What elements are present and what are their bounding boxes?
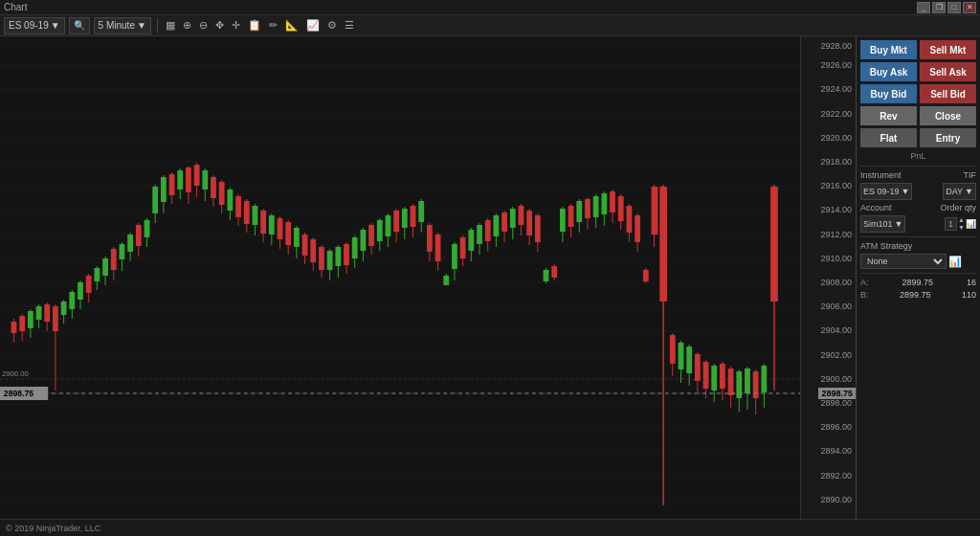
svg-rect-44 <box>94 268 100 281</box>
svg-rect-42 <box>86 276 92 293</box>
instrument-selector[interactable]: ES 09-19 ▼ <box>4 17 65 34</box>
buy-bid-button[interactable]: Buy Bid <box>860 84 917 103</box>
instrument-label: ES 09-19 <box>9 20 49 31</box>
price-label-2892: 2892.00 <box>820 471 852 480</box>
account-value: Sim101 <box>863 219 893 229</box>
indicators-icon[interactable]: 📈 <box>304 19 322 32</box>
maximize-button[interactable]: □ <box>947 2 961 13</box>
interval-selector[interactable]: 5 Minute ▼ <box>94 17 151 34</box>
restore-button[interactable]: ❐ <box>932 2 946 13</box>
svg-rect-56 <box>145 220 150 237</box>
svg-rect-140 <box>494 215 500 236</box>
svg-rect-112 <box>377 220 383 241</box>
close-position-button[interactable]: Close <box>920 106 976 125</box>
svg-rect-64 <box>177 170 183 190</box>
properties-icon[interactable]: ⚙ <box>325 19 339 32</box>
template-icon[interactable]: 📋 <box>246 19 263 32</box>
svg-rect-122 <box>418 201 424 222</box>
close-window-button[interactable]: ✕ <box>963 2 976 13</box>
rev-button[interactable]: Rev <box>860 106 917 125</box>
svg-rect-29 <box>36 306 42 320</box>
atm-a-label: A: <box>860 278 869 287</box>
app-title: Chart <box>4 2 27 12</box>
sell-ask-button[interactable]: Sell Ask <box>920 62 976 81</box>
sell-mkt-button[interactable]: Sell Mkt <box>920 40 976 59</box>
atm-chart-icon[interactable]: 📊 <box>948 256 962 268</box>
svg-rect-78 <box>235 196 241 217</box>
svg-rect-148 <box>526 211 532 235</box>
entry-button[interactable]: Entry <box>920 128 976 147</box>
svg-rect-142 <box>501 212 507 232</box>
svg-rect-106 <box>352 237 358 258</box>
atm-a-qty: 16 <box>967 278 976 287</box>
minimize-button[interactable]: _ <box>917 2 930 13</box>
svg-rect-88 <box>278 218 283 239</box>
svg-rect-40 <box>78 282 83 300</box>
svg-rect-58 <box>152 187 158 213</box>
crosshair-icon[interactable]: ✛ <box>230 19 242 32</box>
chart-svg: 2898.75 2900.00 <box>0 36 800 519</box>
svg-rect-144 <box>510 209 516 228</box>
svg-rect-158 <box>568 206 574 227</box>
menu-icon[interactable]: ☰ <box>343 19 356 32</box>
svg-rect-130 <box>452 244 457 269</box>
zoom-in-icon[interactable]: ⊕ <box>181 19 193 32</box>
svg-rect-172 <box>627 206 633 233</box>
svg-rect-60 <box>161 177 167 202</box>
price-label-2890: 2890.00 <box>820 495 852 504</box>
svg-rect-184 <box>679 343 684 369</box>
pan-icon[interactable]: ✥ <box>213 19 226 32</box>
right-panel: Buy Mkt Sell Mkt Buy Ask Sell Ask Buy Bi… <box>856 36 980 519</box>
price-label-2920: 2920.00 <box>820 133 852 143</box>
svg-rect-186 <box>686 346 692 373</box>
svg-rect-50 <box>120 244 125 259</box>
pnl-label: PnL <box>860 150 976 162</box>
tif-field-label: TIF <box>964 170 977 180</box>
current-price-box: 2898.75 <box>818 388 856 399</box>
bar-chart-icon[interactable]: ▦ <box>164 19 177 32</box>
price-label-2908: 2908.00 <box>820 278 852 287</box>
qty-up-arrow[interactable]: ▲ <box>958 216 965 224</box>
tif-dropdown-icon: ▼ <box>965 187 973 196</box>
price-label-2928: 2928.00 <box>820 41 852 51</box>
atm-b-qty: 110 <box>962 290 976 300</box>
svg-rect-66 <box>186 168 191 192</box>
svg-rect-27 <box>28 311 33 328</box>
window-controls: _ ❐ □ ✕ <box>917 2 976 13</box>
buy-sell-mkt-row: Buy Mkt Sell Mkt <box>860 40 976 59</box>
svg-rect-154 <box>551 266 557 278</box>
sell-bid-button[interactable]: Sell Bid <box>920 84 976 103</box>
tif-value: DAY <box>946 187 963 196</box>
price-label-2922: 2922.00 <box>820 109 852 119</box>
tif-value-selector[interactable]: DAY ▼ <box>943 183 976 200</box>
chart-icon-small[interactable]: 📊 <box>966 219 976 229</box>
buy-mkt-button[interactable]: Buy Mkt <box>860 40 917 59</box>
instrument-tif-values: ES 09-19 ▼ DAY ▼ <box>860 183 976 200</box>
account-selector[interactable]: Sim101 ▼ <box>860 215 905 233</box>
account-orderqty-row: Account Order qty <box>860 203 976 212</box>
measure-icon[interactable]: 📐 <box>283 19 301 32</box>
draw-icon[interactable]: ✏ <box>267 19 279 32</box>
rev-close-row: Rev Close <box>860 106 976 125</box>
svg-rect-82 <box>253 206 258 225</box>
svg-rect-150 <box>535 215 541 242</box>
atm-strategy-selector[interactable]: None <box>860 254 947 269</box>
svg-rect-114 <box>386 215 391 236</box>
zoom-out-icon[interactable]: ⊖ <box>197 19 210 32</box>
svg-rect-206 <box>770 187 778 302</box>
instrument-value-selector[interactable]: ES 09-19 ▼ <box>860 183 912 200</box>
svg-rect-200 <box>745 368 750 393</box>
buy-ask-button[interactable]: Buy Ask <box>860 62 917 81</box>
svg-rect-176 <box>643 270 649 281</box>
svg-rect-194 <box>720 364 725 389</box>
toolbar-separator-1 <box>157 18 158 34</box>
buy-sell-bid-row: Buy Bid Sell Bid <box>860 84 976 103</box>
flat-button[interactable]: Flat <box>860 128 917 147</box>
search-button[interactable]: 🔍 <box>69 17 90 34</box>
chart-area[interactable]: 2898.75 2900.00 <box>0 36 800 519</box>
svg-rect-116 <box>393 211 399 232</box>
svg-rect-188 <box>695 354 701 381</box>
account-field-label: Account <box>860 203 892 212</box>
qty-down-arrow[interactable]: ▼ <box>958 224 965 232</box>
titlebar: Chart _ ❐ □ ✕ <box>0 0 980 15</box>
